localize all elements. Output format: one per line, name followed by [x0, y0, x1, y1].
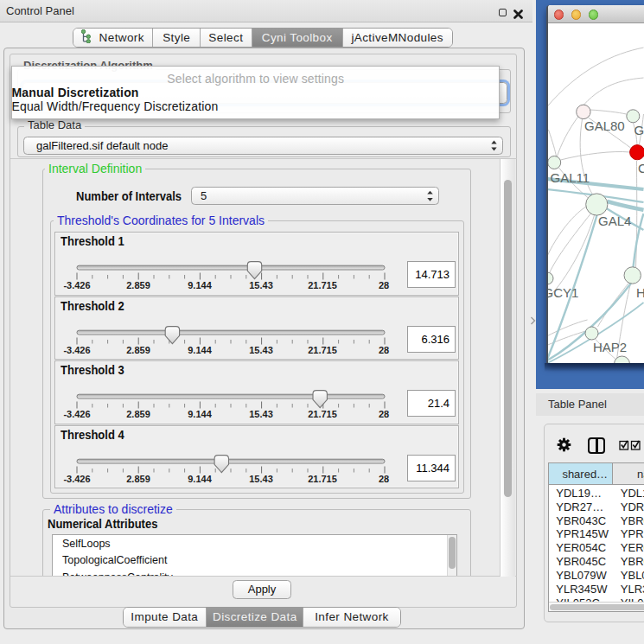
svg-text:-3.426: -3.426	[63, 409, 90, 419]
svg-text:15.43: 15.43	[249, 345, 273, 355]
svg-text:HAP2: HAP2	[593, 340, 627, 354]
svg-text:28: 28	[379, 409, 389, 419]
svg-text:9.144: 9.144	[188, 345, 212, 355]
svg-text:GAL11: GAL11	[551, 170, 590, 185]
svg-text:2.859: 2.859	[126, 345, 150, 355]
svg-text:2.859: 2.859	[126, 474, 150, 484]
svg-text:21.715: 21.715	[308, 474, 337, 484]
svg-text:GA: GA	[634, 123, 644, 137]
svg-text:9.144: 9.144	[188, 280, 212, 290]
svg-text:9.144: 9.144	[188, 409, 212, 419]
svg-text:21.715: 21.715	[308, 409, 337, 419]
svg-text:9.144: 9.144	[188, 474, 212, 484]
svg-text:2.859: 2.859	[126, 409, 150, 419]
svg-text:28: 28	[379, 345, 389, 355]
svg-text:28: 28	[379, 474, 389, 484]
svg-text:15.43: 15.43	[249, 280, 273, 290]
svg-text:CR: CR	[638, 161, 644, 175]
svg-text:15.43: 15.43	[249, 474, 273, 484]
svg-text:-3.426: -3.426	[63, 280, 90, 290]
svg-text:15.43: 15.43	[249, 409, 273, 419]
svg-text:GCY1: GCY1	[548, 285, 578, 300]
svg-text:H: H	[636, 285, 644, 300]
svg-text:GAL80: GAL80	[584, 118, 625, 133]
svg-text:2.859: 2.859	[126, 280, 150, 290]
svg-text:-3.426: -3.426	[63, 474, 90, 484]
svg-text:28: 28	[379, 280, 389, 290]
svg-text:GAL4: GAL4	[598, 214, 631, 228]
svg-text:21.715: 21.715	[308, 280, 337, 290]
svg-text:-3.426: -3.426	[63, 345, 90, 355]
svg-text:21.715: 21.715	[308, 345, 337, 355]
